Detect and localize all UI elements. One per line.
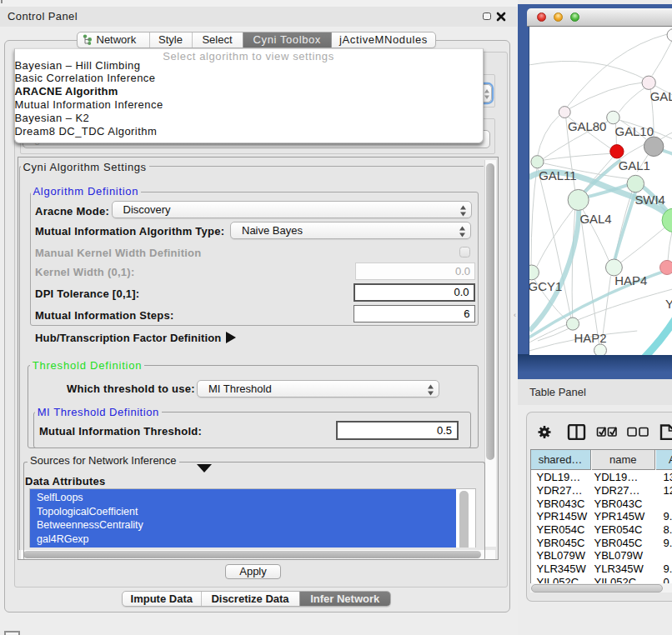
svg-text:GAL1: GAL1 — [618, 159, 649, 172]
svg-text:GAL80: GAL80 — [567, 119, 605, 132]
svg-text:GAL11: GAL11 — [539, 168, 576, 182]
svg-text:Y: Y — [665, 297, 672, 310]
svg-text:GAL7: GAL7 — [649, 89, 672, 102]
svg-text:GCY1: GCY1 — [529, 279, 562, 292]
svg-text:GAL4: GAL4 — [579, 212, 611, 226]
svg-text:SWI4: SWI4 — [634, 193, 664, 207]
svg-text:GAL10: GAL10 — [614, 124, 653, 138]
svg-text:HAP2: HAP2 — [574, 332, 606, 345]
svg-text:HAP4: HAP4 — [614, 273, 647, 287]
